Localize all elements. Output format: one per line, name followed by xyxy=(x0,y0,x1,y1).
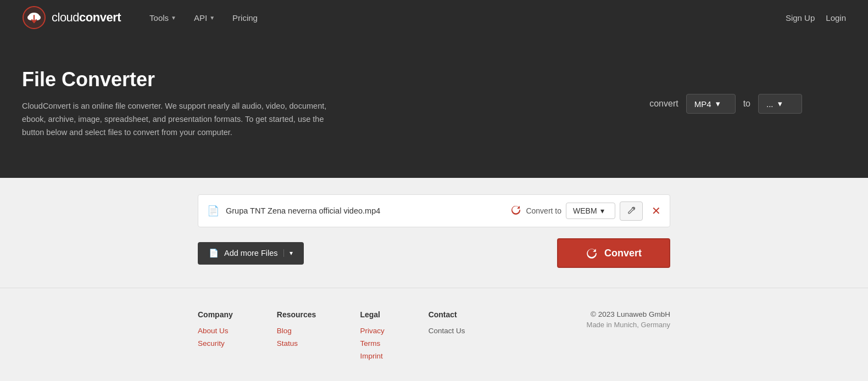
footer-resources-heading: Resources xyxy=(277,310,316,319)
hero-left: File Converter CloudConvert is an online… xyxy=(22,68,330,139)
format-to-dropdown[interactable]: ... ▾ xyxy=(758,94,802,114)
footer-location-text: Made in Munich, Germany xyxy=(587,321,670,329)
footer-legal-heading: Legal xyxy=(360,310,384,319)
footer-blog-link[interactable]: Blog xyxy=(277,327,316,335)
login-link[interactable]: Login xyxy=(826,13,846,23)
footer-privacy-link[interactable]: Privacy xyxy=(360,327,384,335)
footer-copyright-text: © 2023 Lunaweb GmbH xyxy=(587,310,670,318)
format-from-dropdown[interactable]: MP4 ▾ xyxy=(686,94,736,114)
convert-button[interactable]: Convert xyxy=(557,238,670,268)
api-chevron-icon: ▼ xyxy=(209,15,215,21)
hero-description: CloudConvert is an online file converter… xyxy=(22,100,330,139)
footer-about-link[interactable]: About Us xyxy=(198,327,233,335)
footer-company-heading: Company xyxy=(198,310,233,319)
format-webm-dropdown[interactable]: WEBM ▾ xyxy=(566,203,615,219)
add-files-chevron-icon: ▾ xyxy=(283,249,293,257)
header: cloudconvert Tools ▼ API ▼ Pricing Sign … xyxy=(0,0,868,35)
refresh-file-icon[interactable] xyxy=(510,204,521,218)
footer-status-link[interactable]: Status xyxy=(277,339,316,348)
settings-wrench-button[interactable] xyxy=(620,201,643,221)
footer-contact-heading: Contact xyxy=(429,310,465,319)
hero-converter: convert MP4 ▾ to ... ▾ xyxy=(649,94,802,114)
main-content: 📄 Grupa TNT Zena neverna official video.… xyxy=(0,178,868,288)
main-nav: Tools ▼ API ▼ Pricing xyxy=(143,9,264,27)
format-to-chevron-icon: ▾ xyxy=(778,99,782,109)
footer-legal-col: Legal Privacy Terms Imprint xyxy=(360,310,384,365)
add-more-files-button[interactable]: 📄 Add more Files ▾ xyxy=(198,242,304,265)
svg-point-3 xyxy=(27,15,34,20)
footer-contact-col: Contact Contact Us xyxy=(429,310,465,365)
nav-pricing[interactable]: Pricing xyxy=(226,9,264,27)
tools-chevron-icon: ▼ xyxy=(171,15,176,21)
file-name: Grupa TNT Zena neverna official video.mp… xyxy=(226,206,510,215)
format-from-chevron-icon: ▾ xyxy=(716,99,720,109)
footer-columns: Company About Us Security Resources Blog… xyxy=(198,310,670,365)
signup-link[interactable]: Sign Up xyxy=(786,13,815,23)
add-files-label: Add more Files xyxy=(224,249,278,257)
nav-tools[interactable]: Tools ▼ xyxy=(143,9,183,27)
footer-resources-col: Resources Blog Status xyxy=(277,310,316,365)
footer-terms-link[interactable]: Terms xyxy=(360,339,384,348)
to-label: to xyxy=(743,99,750,109)
hero-title: File Converter xyxy=(22,68,330,91)
svg-point-4 xyxy=(34,15,41,20)
logo[interactable]: cloudconvert xyxy=(22,5,121,30)
footer-copyright: © 2023 Lunaweb GmbH Made in Munich, Germ… xyxy=(587,310,670,365)
header-auth: Sign Up Login xyxy=(786,13,846,23)
convert-label: convert xyxy=(649,99,678,109)
remove-file-button[interactable]: ✕ xyxy=(652,204,661,217)
footer-imprint-link[interactable]: Imprint xyxy=(360,352,384,360)
file-doc-icon: 📄 xyxy=(207,205,219,217)
nav-api[interactable]: API ▼ xyxy=(187,9,221,27)
webm-chevron-icon: ▾ xyxy=(600,206,604,215)
bottom-row: 📄 Add more Files ▾ Convert xyxy=(198,238,670,268)
file-row: 📄 Grupa TNT Zena neverna official video.… xyxy=(198,194,670,227)
logo-icon xyxy=(22,5,46,30)
footer-contactus-link[interactable]: Contact Us xyxy=(429,327,465,335)
convert-icon xyxy=(586,247,598,259)
logo-text: cloudconvert xyxy=(52,10,121,25)
footer-security-link[interactable]: Security xyxy=(198,339,233,348)
convert-button-label: Convert xyxy=(604,248,642,259)
footer-company-col: Company About Us Security xyxy=(198,310,233,365)
add-files-doc-icon: 📄 xyxy=(209,249,219,258)
footer: Company About Us Security Resources Blog… xyxy=(0,288,868,381)
convert-to-label: Convert to xyxy=(526,206,561,215)
hero-section: File Converter CloudConvert is an online… xyxy=(0,35,868,178)
